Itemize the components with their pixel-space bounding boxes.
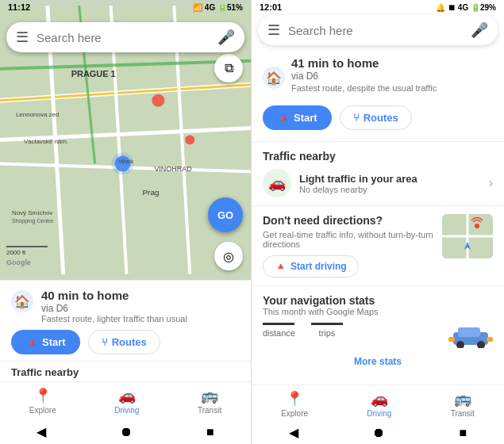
- car-illustration: [448, 323, 493, 351]
- explore-icon-left: 📍: [34, 387, 52, 404]
- search-input-right[interactable]: [288, 24, 471, 37]
- stat-line-trips: [311, 323, 343, 325]
- mic-icon-right[interactable]: 🎤: [471, 21, 488, 39]
- right-panel: 12:01 🔔 ⏹ 4G 🔋29% ☰ 🎤 🏠 41 min to home v…: [252, 0, 504, 444]
- routes-button-left[interactable]: ⑂ Routes: [88, 330, 160, 354]
- fork-icon-right: ⑂: [353, 112, 360, 124]
- status-time-left: 11:12: [8, 2, 30, 12]
- route-note-right: Fastest route, despite the usual traffic: [291, 83, 437, 93]
- stats-title: Your navigation stats: [263, 294, 493, 307]
- start-driving-button[interactable]: 🔺 Start driving: [263, 255, 359, 278]
- system-bar-left: ◀ ⏺ ■: [0, 421, 251, 444]
- navigation-icon-right: 🔺: [277, 112, 290, 124]
- stat-label-distance: distance: [263, 328, 295, 338]
- status-time-right: 12:01: [260, 2, 282, 12]
- route-card-right: 🏠 41 min to home via D6 Fastest route, d…: [252, 48, 504, 142]
- hamburger-icon-left[interactable]: ☰: [16, 29, 29, 46]
- svg-point-11: [185, 136, 194, 145]
- stats-sub: This month with Google Maps: [263, 307, 493, 316]
- svg-text:Václavské nám.: Václavské nám.: [24, 138, 68, 145]
- start-button-left[interactable]: 🔺 Start: [11, 330, 80, 354]
- layers-button[interactable]: ⧉: [214, 54, 243, 82]
- directions-sub: Get real-time traffic info, without turn…: [263, 230, 434, 249]
- traffic-icon-right: 🚗: [263, 169, 291, 197]
- svg-text:VINOHRAD: VINOHRAD: [154, 165, 192, 173]
- navigation-icon-left: 🔺: [25, 336, 38, 348]
- stat-distance: distance: [263, 323, 295, 338]
- driving-nav-icon: 🔺: [275, 261, 287, 272]
- start-button-right[interactable]: 🔺 Start: [263, 105, 332, 130]
- svg-text:Prag: Prag: [142, 188, 159, 197]
- svg-text:Shopping Centre: Shopping Centre: [12, 218, 53, 224]
- search-input-left[interactable]: [37, 31, 217, 44]
- more-stats-link[interactable]: More stats: [263, 351, 493, 370]
- explore-icon-right: 📍: [286, 390, 303, 408]
- traffic-title-right: Traffic nearby: [263, 150, 493, 163]
- traffic-section-left: Traffic nearby: [0, 361, 251, 381]
- status-icons-right: 🔔 ⏹ 4G 🔋29%: [436, 3, 496, 12]
- nav-driving-left[interactable]: 🚗 Driving: [114, 387, 139, 415]
- stat-label-trips: trips: [319, 328, 336, 338]
- traffic-section-right: Traffic nearby 🚗 Light traffic in your a…: [252, 142, 504, 206]
- home-icon-left: 🏠: [11, 290, 33, 312]
- nav-transit-left[interactable]: 🚌 Transit: [198, 387, 221, 415]
- svg-text:2000 ft: 2000 ft: [6, 249, 26, 256]
- driving-icon-left: 🚗: [118, 387, 136, 404]
- transit-icon-right: 🚌: [454, 390, 471, 408]
- directions-section: Don't need directions? Get real-time tra…: [252, 206, 504, 286]
- nav-stats-section: Your navigation stats This month with Go…: [252, 286, 504, 373]
- bottom-nav-left: 📍 Explore 🚗 Driving 🚌 Transit: [0, 381, 251, 421]
- driving-icon-right: 🚗: [371, 390, 388, 408]
- nav-explore-left[interactable]: 📍 Explore: [29, 387, 56, 415]
- traffic-main-right: Light traffic in your area: [299, 173, 417, 185]
- traffic-item-right[interactable]: 🚗 Light traffic in your area No delays n…: [263, 169, 493, 197]
- left-panel: 11:12 📶 4G 🔋51% ☰ 🎤: [0, 0, 252, 444]
- stat-line-distance: [263, 323, 294, 325]
- svg-text:Nový Smíchov: Nový Smíchov: [12, 209, 52, 216]
- svg-point-10: [152, 94, 164, 107]
- route-time-right: 41 min: [291, 56, 329, 70]
- back-button-left[interactable]: ◀: [37, 424, 46, 439]
- mic-icon-left[interactable]: 🎤: [217, 29, 235, 46]
- route-via-left: via D6: [41, 303, 187, 314]
- nav-driving-right[interactable]: 🚗 Driving: [367, 390, 391, 418]
- bottom-nav-right: 📍 Explore 🚗 Driving 🚌 Transit: [252, 385, 504, 423]
- right-scroll-area[interactable]: 🏠 41 min to home via D6 Fastest route, d…: [252, 48, 504, 385]
- directions-title: Don't need directions?: [263, 214, 434, 227]
- location-button[interactable]: ◎: [214, 242, 243, 270]
- home-icon-right: 🏠: [263, 67, 285, 89]
- route-time-suffix-right: to home: [333, 56, 379, 70]
- svg-text:Google: Google: [6, 258, 31, 266]
- stat-trips: trips: [311, 323, 343, 338]
- back-button-right[interactable]: ◀: [289, 425, 298, 440]
- go-button[interactable]: GO: [208, 197, 243, 232]
- svg-text:Work: Work: [119, 158, 133, 165]
- nav-explore-right[interactable]: 📍 Explore: [281, 390, 308, 418]
- home-button-left[interactable]: ⏺: [120, 425, 133, 439]
- traffic-sub-right: No delays nearby: [299, 185, 417, 194]
- route-time-left: 40 min: [41, 289, 79, 302]
- search-bar-right: ☰ 🎤: [258, 15, 498, 45]
- svg-point-29: [475, 224, 479, 228]
- arrow-icon-right: ›: [489, 176, 493, 190]
- fork-icon-left: ⑂: [102, 336, 108, 348]
- recent-button-left[interactable]: ■: [206, 425, 214, 439]
- svg-rect-36: [487, 337, 493, 342]
- nav-transit-right[interactable]: 🚌 Transit: [451, 390, 475, 418]
- map-thumbnail: [442, 214, 493, 258]
- status-icons-left: 📶 4G 🔋51%: [193, 3, 243, 12]
- home-button-right[interactable]: ⏺: [372, 426, 385, 440]
- route-time-suffix-left: to home: [83, 289, 129, 302]
- routes-button-right[interactable]: ⑂ Routes: [340, 105, 412, 130]
- svg-rect-35: [448, 337, 455, 342]
- transit-icon-left: 🚌: [201, 387, 218, 404]
- system-bar-right: ◀ ⏺ ■: [252, 423, 504, 444]
- svg-rect-32: [458, 327, 480, 337]
- bottom-card-left: 🏠 40 min to home via D6 Fastest route, l…: [0, 280, 251, 361]
- traffic-title-left: Traffic nearby: [11, 366, 240, 378]
- hamburger-icon-right[interactable]: ☰: [267, 21, 280, 39]
- route-note-left: Fastest route, lighter traffic than usua…: [41, 314, 187, 323]
- route-via-right: via D6: [291, 71, 437, 82]
- svg-text:Lennonova zed: Lennonova zed: [16, 111, 60, 118]
- recent-button-right[interactable]: ■: [460, 426, 467, 440]
